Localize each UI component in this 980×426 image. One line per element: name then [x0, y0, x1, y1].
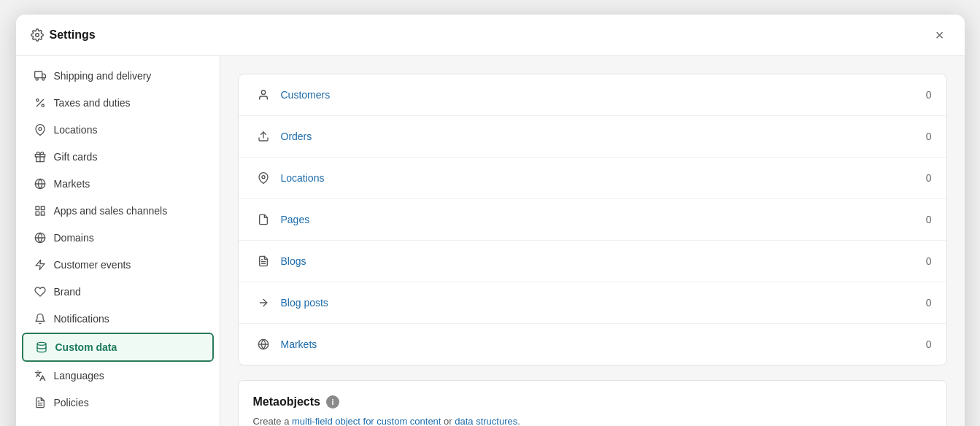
sidebar-item-taxes[interactable]: Taxes and duties [22, 90, 214, 116]
svg-line-4 [36, 99, 43, 106]
blog-icon [253, 251, 274, 271]
sidebar-label-locations: Locations [54, 124, 98, 136]
meta-title: Metaobjects [253, 395, 320, 408]
sidebar: Shipping and delivery Taxes and duties [16, 56, 220, 426]
count-locations: 0 [926, 172, 932, 184]
data-rows-card: Customers 0 Orders 0 [238, 74, 947, 365]
header-left: Settings [31, 28, 96, 42]
label-blogs: Blogs [281, 255, 926, 267]
sidebar-label-notifications: Notifications [54, 313, 109, 325]
events-icon [34, 258, 47, 271]
count-blogs: 0 [926, 255, 932, 267]
svg-rect-15 [41, 212, 45, 215]
page-title: Settings [50, 28, 96, 42]
metaobjects-section: Metaobjects i Create a multi-field objec… [238, 380, 947, 426]
svg-point-0 [35, 34, 39, 37]
count-blog-posts: 0 [926, 297, 932, 309]
svg-rect-13 [41, 206, 45, 210]
sidebar-label-taxes: Taxes and duties [54, 97, 131, 109]
sidebar-item-notifications[interactable]: Notifications [22, 306, 214, 332]
orders-icon [253, 126, 274, 147]
row-customers[interactable]: Customers 0 [239, 74, 946, 116]
svg-point-3 [42, 78, 44, 80]
svg-point-6 [42, 104, 44, 106]
apps-icon [34, 204, 47, 217]
sidebar-item-policies[interactable]: Policies [22, 390, 214, 416]
svg-rect-1 [34, 71, 42, 78]
custom-data-icon [35, 341, 48, 354]
sidebar-item-languages[interactable]: Languages [22, 363, 214, 389]
gift-icon [34, 150, 47, 163]
sidebar-item-locations[interactable]: Locations [22, 117, 214, 143]
svg-point-2 [36, 78, 38, 80]
sidebar-label-apps: Apps and sales channels [54, 205, 168, 217]
sidebar-item-brand[interactable]: Brand [22, 279, 214, 305]
brand-icon [34, 285, 47, 298]
row-pages[interactable]: Pages 0 [239, 199, 946, 241]
label-blog-posts: Blog posts [281, 297, 926, 309]
close-button[interactable]: × [930, 25, 950, 45]
svg-point-18 [37, 342, 46, 345]
sidebar-item-domains[interactable]: Domains [22, 225, 214, 251]
sidebar-item-shipping[interactable]: Shipping and delivery [22, 63, 214, 89]
sidebar-label-brand: Brand [54, 286, 81, 298]
label-pages: Pages [281, 214, 926, 225]
sidebar-label-markets: Markets [54, 178, 90, 190]
row-orders[interactable]: Orders 0 [239, 116, 946, 158]
row-blogs[interactable]: Blogs 0 [239, 241, 946, 282]
row-locations[interactable]: Locations 0 [239, 158, 946, 199]
policies-icon [34, 396, 47, 409]
sidebar-label-gift-cards: Gift cards [54, 151, 98, 163]
bell-icon [34, 312, 47, 325]
truck-icon [34, 69, 47, 82]
location-icon [34, 123, 47, 136]
count-pages: 0 [926, 214, 932, 225]
sidebar-item-gift-cards[interactable]: Gift cards [22, 144, 214, 170]
count-orders: 0 [926, 131, 932, 142]
person-icon [253, 85, 274, 105]
label-locations: Locations [281, 172, 926, 184]
modal-body: Shipping and delivery Taxes and duties [16, 56, 965, 426]
tax-icon [34, 96, 47, 109]
svg-rect-12 [36, 206, 39, 210]
languages-icon [34, 369, 47, 382]
sidebar-item-custom-data[interactable]: Custom data [22, 333, 214, 362]
pen-icon [253, 293, 274, 313]
label-markets: Markets [281, 338, 926, 350]
info-icon[interactable]: i [326, 395, 339, 408]
sidebar-item-markets[interactable]: Markets [22, 171, 214, 197]
sidebar-label-policies: Policies [54, 397, 89, 408]
svg-rect-14 [36, 212, 39, 215]
row-location-icon [253, 168, 274, 188]
settings-modal: Settings × Shipping and delivery [16, 15, 965, 426]
count-customers: 0 [926, 89, 932, 101]
row-blog-posts[interactable]: Blog posts 0 [239, 282, 946, 324]
sidebar-label-custom-data: Custom data [55, 341, 117, 353]
page-icon [253, 209, 274, 230]
sidebar-label-customer-events: Customer events [54, 259, 131, 271]
sidebar-label-languages: Languages [54, 370, 104, 382]
meta-link-custom-content[interactable]: multi-field object for custom content [292, 416, 441, 426]
sidebar-label-shipping: Shipping and delivery [54, 70, 152, 82]
meta-title-row: Metaobjects i [253, 395, 932, 408]
label-customers: Customers [281, 89, 926, 101]
row-markets[interactable]: Markets 0 [239, 324, 946, 365]
main-content: Customers 0 Orders 0 [220, 56, 965, 426]
label-orders: Orders [281, 131, 926, 142]
svg-point-23 [262, 176, 265, 179]
svg-point-5 [36, 99, 38, 101]
count-markets: 0 [926, 338, 932, 350]
svg-point-7 [39, 128, 42, 131]
gear-icon [31, 28, 44, 42]
sidebar-label-domains: Domains [54, 232, 94, 244]
domains-icon [34, 231, 47, 244]
globe-icon [34, 177, 47, 190]
row-globe-icon [253, 334, 274, 355]
meta-description: Create a multi-field object for custom c… [253, 414, 932, 426]
svg-point-21 [261, 90, 265, 94]
modal-header: Settings × [16, 15, 965, 56]
sidebar-item-customer-events[interactable]: Customer events [22, 252, 214, 278]
meta-link-data-structures[interactable]: data structures [455, 416, 517, 426]
sidebar-item-apps[interactable]: Apps and sales channels [22, 198, 214, 224]
